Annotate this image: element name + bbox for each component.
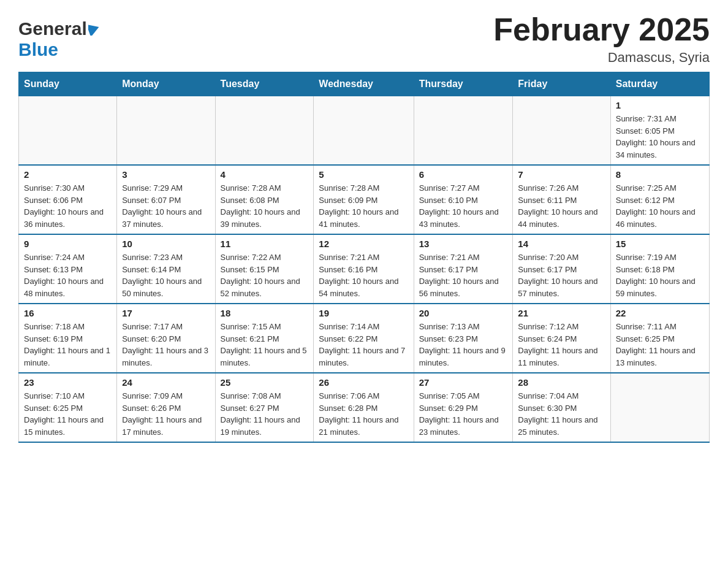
day-number: 15 xyxy=(616,239,704,249)
calendar-header-row: SundayMondayTuesdayWednesdayThursdayFrid… xyxy=(19,72,710,96)
calendar-header-wednesday: Wednesday xyxy=(314,72,414,96)
calendar-cell: 3Sunrise: 7:29 AM Sunset: 6:07 PM Daylig… xyxy=(117,165,215,234)
day-number: 21 xyxy=(518,308,605,318)
calendar-cell: 6Sunrise: 7:27 AM Sunset: 6:10 PM Daylig… xyxy=(414,165,513,234)
title-block: February 2025 Damascus, Syria xyxy=(493,12,710,66)
day-number: 11 xyxy=(221,239,309,249)
day-info: Sunrise: 7:12 AM Sunset: 6:24 PM Dayligh… xyxy=(518,321,605,369)
day-info: Sunrise: 7:10 AM Sunset: 6:25 PM Dayligh… xyxy=(24,390,112,438)
day-number: 26 xyxy=(319,377,408,388)
calendar-cell: 12Sunrise: 7:21 AM Sunset: 6:16 PM Dayli… xyxy=(314,234,414,304)
day-info: Sunrise: 7:13 AM Sunset: 6:23 PM Dayligh… xyxy=(419,321,508,369)
calendar-header-thursday: Thursday xyxy=(414,72,513,96)
calendar-cell: 18Sunrise: 7:15 AM Sunset: 6:21 PM Dayli… xyxy=(215,304,314,373)
calendar-cell xyxy=(117,96,215,166)
day-number: 18 xyxy=(221,308,309,318)
calendar-cell: 15Sunrise: 7:19 AM Sunset: 6:18 PM Dayli… xyxy=(610,234,709,304)
calendar-cell: 8Sunrise: 7:25 AM Sunset: 6:12 PM Daylig… xyxy=(610,165,709,234)
calendar-table: SundayMondayTuesdayWednesdayThursdayFrid… xyxy=(18,72,710,443)
page-subtitle: Damascus, Syria xyxy=(493,50,710,66)
calendar-cell: 21Sunrise: 7:12 AM Sunset: 6:24 PM Dayli… xyxy=(513,304,610,373)
calendar-week-1: 1Sunrise: 7:31 AM Sunset: 6:05 PM Daylig… xyxy=(19,96,710,166)
day-info: Sunrise: 7:19 AM Sunset: 6:18 PM Dayligh… xyxy=(616,251,704,299)
day-info: Sunrise: 7:29 AM Sunset: 6:07 PM Dayligh… xyxy=(122,182,210,230)
calendar-week-2: 2Sunrise: 7:30 AM Sunset: 6:06 PM Daylig… xyxy=(19,165,710,234)
day-info: Sunrise: 7:15 AM Sunset: 6:21 PM Dayligh… xyxy=(221,321,309,369)
day-info: Sunrise: 7:26 AM Sunset: 6:11 PM Dayligh… xyxy=(518,182,605,230)
calendar-cell: 25Sunrise: 7:08 AM Sunset: 6:27 PM Dayli… xyxy=(215,373,314,442)
day-number: 7 xyxy=(518,169,605,180)
day-info: Sunrise: 7:31 AM Sunset: 6:05 PM Dayligh… xyxy=(616,113,704,161)
calendar-cell: 24Sunrise: 7:09 AM Sunset: 6:26 PM Dayli… xyxy=(117,373,215,442)
page-title: February 2025 xyxy=(493,12,710,47)
calendar-cell: 13Sunrise: 7:21 AM Sunset: 6:17 PM Dayli… xyxy=(414,234,513,304)
calendar-cell: 9Sunrise: 7:24 AM Sunset: 6:13 PM Daylig… xyxy=(19,234,117,304)
day-info: Sunrise: 7:28 AM Sunset: 6:09 PM Dayligh… xyxy=(319,182,408,230)
calendar-cell xyxy=(414,96,513,166)
day-info: Sunrise: 7:04 AM Sunset: 6:30 PM Dayligh… xyxy=(518,390,605,438)
day-number: 24 xyxy=(122,377,210,388)
calendar-week-5: 23Sunrise: 7:10 AM Sunset: 6:25 PM Dayli… xyxy=(19,373,710,442)
day-info: Sunrise: 7:21 AM Sunset: 6:16 PM Dayligh… xyxy=(319,251,408,299)
calendar-header-monday: Monday xyxy=(117,72,215,96)
logo-triangle-icon xyxy=(88,22,99,38)
calendar-cell: 19Sunrise: 7:14 AM Sunset: 6:22 PM Dayli… xyxy=(314,304,414,373)
day-info: Sunrise: 7:24 AM Sunset: 6:13 PM Dayligh… xyxy=(24,251,112,299)
calendar-cell xyxy=(215,96,314,166)
day-info: Sunrise: 7:18 AM Sunset: 6:19 PM Dayligh… xyxy=(24,321,112,369)
svg-marker-0 xyxy=(88,22,99,36)
day-info: Sunrise: 7:22 AM Sunset: 6:15 PM Dayligh… xyxy=(221,251,309,299)
day-number: 20 xyxy=(419,308,508,318)
day-number: 6 xyxy=(419,169,508,180)
logo: General Blue xyxy=(18,12,99,60)
day-number: 13 xyxy=(419,239,508,249)
calendar-cell: 16Sunrise: 7:18 AM Sunset: 6:19 PM Dayli… xyxy=(19,304,117,373)
calendar-cell: 28Sunrise: 7:04 AM Sunset: 6:30 PM Dayli… xyxy=(513,373,610,442)
calendar-cell: 23Sunrise: 7:10 AM Sunset: 6:25 PM Dayli… xyxy=(19,373,117,442)
calendar-cell xyxy=(19,96,117,166)
day-number: 10 xyxy=(122,239,210,249)
calendar-header-friday: Friday xyxy=(513,72,610,96)
day-number: 27 xyxy=(419,377,508,388)
day-number: 19 xyxy=(319,308,408,318)
day-number: 4 xyxy=(221,169,309,180)
calendar-header-saturday: Saturday xyxy=(610,72,709,96)
calendar-cell: 27Sunrise: 7:05 AM Sunset: 6:29 PM Dayli… xyxy=(414,373,513,442)
calendar-header-sunday: Sunday xyxy=(19,72,117,96)
day-info: Sunrise: 7:05 AM Sunset: 6:29 PM Dayligh… xyxy=(419,390,508,438)
calendar-cell: 2Sunrise: 7:30 AM Sunset: 6:06 PM Daylig… xyxy=(19,165,117,234)
day-number: 8 xyxy=(616,169,704,180)
page-header: General Blue February 2025 Damascus, Syr… xyxy=(18,12,710,66)
day-number: 17 xyxy=(122,308,210,318)
logo-general-text: General xyxy=(18,18,87,39)
day-number: 1 xyxy=(616,100,704,110)
calendar-cell: 1Sunrise: 7:31 AM Sunset: 6:05 PM Daylig… xyxy=(610,96,709,166)
calendar-cell: 4Sunrise: 7:28 AM Sunset: 6:08 PM Daylig… xyxy=(215,165,314,234)
calendar-cell: 20Sunrise: 7:13 AM Sunset: 6:23 PM Dayli… xyxy=(414,304,513,373)
day-number: 5 xyxy=(319,169,408,180)
calendar-cell: 26Sunrise: 7:06 AM Sunset: 6:28 PM Dayli… xyxy=(314,373,414,442)
calendar-cell xyxy=(513,96,610,166)
day-number: 28 xyxy=(518,377,605,388)
calendar-cell: 14Sunrise: 7:20 AM Sunset: 6:17 PM Dayli… xyxy=(513,234,610,304)
day-number: 22 xyxy=(616,308,704,318)
calendar-cell: 17Sunrise: 7:17 AM Sunset: 6:20 PM Dayli… xyxy=(117,304,215,373)
calendar-cell: 7Sunrise: 7:26 AM Sunset: 6:11 PM Daylig… xyxy=(513,165,610,234)
day-number: 16 xyxy=(24,308,112,318)
day-number: 3 xyxy=(122,169,210,180)
day-info: Sunrise: 7:14 AM Sunset: 6:22 PM Dayligh… xyxy=(319,321,408,369)
calendar-cell xyxy=(610,373,709,442)
day-info: Sunrise: 7:23 AM Sunset: 6:14 PM Dayligh… xyxy=(122,251,210,299)
day-info: Sunrise: 7:08 AM Sunset: 6:27 PM Dayligh… xyxy=(221,390,309,438)
calendar-cell: 22Sunrise: 7:11 AM Sunset: 6:25 PM Dayli… xyxy=(610,304,709,373)
day-info: Sunrise: 7:21 AM Sunset: 6:17 PM Dayligh… xyxy=(419,251,508,299)
day-info: Sunrise: 7:11 AM Sunset: 6:25 PM Dayligh… xyxy=(616,321,704,369)
day-info: Sunrise: 7:27 AM Sunset: 6:10 PM Dayligh… xyxy=(419,182,508,230)
calendar-week-3: 9Sunrise: 7:24 AM Sunset: 6:13 PM Daylig… xyxy=(19,234,710,304)
calendar-cell: 10Sunrise: 7:23 AM Sunset: 6:14 PM Dayli… xyxy=(117,234,215,304)
logo-blue-text: Blue xyxy=(18,39,58,59)
calendar-cell: 5Sunrise: 7:28 AM Sunset: 6:09 PM Daylig… xyxy=(314,165,414,234)
day-number: 14 xyxy=(518,239,605,249)
day-info: Sunrise: 7:25 AM Sunset: 6:12 PM Dayligh… xyxy=(616,182,704,230)
calendar-cell: 11Sunrise: 7:22 AM Sunset: 6:15 PM Dayli… xyxy=(215,234,314,304)
